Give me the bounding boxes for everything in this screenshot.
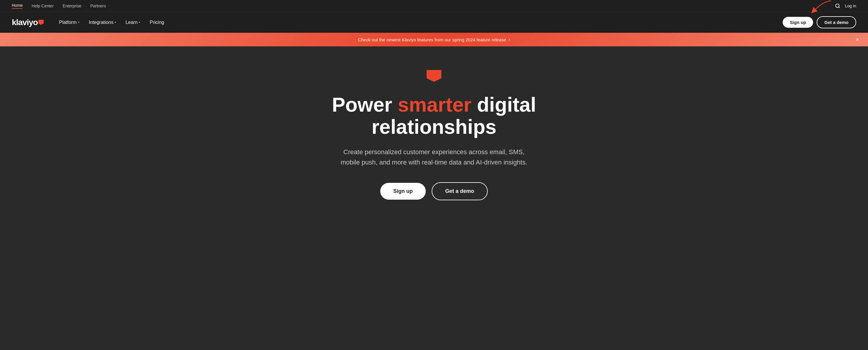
- main-navigation: klaviyo Platform ▾ Integrations ▾ Learn …: [0, 12, 868, 33]
- search-icon: [835, 3, 840, 8]
- hero-signup-button[interactable]: Sign up: [380, 183, 426, 200]
- nav-integrations-label: Integrations: [89, 20, 114, 25]
- svg-marker-2: [427, 70, 441, 82]
- hero-demo-button[interactable]: Get a demo: [432, 182, 488, 200]
- banner-message: Check out the newest Klaviyo features fr…: [358, 37, 506, 42]
- hero-section: Power smarter digital relationships Crea…: [0, 47, 868, 230]
- nav-items: Platform ▾ Integrations ▾ Learn ▾ Pricin…: [56, 18, 168, 27]
- logo-text: klaviyo: [12, 18, 38, 27]
- nav-integrations[interactable]: Integrations ▾: [85, 18, 120, 27]
- hero-subtitle: Create personalized customer experiences…: [334, 147, 534, 168]
- nav-signup-button[interactable]: Sign up: [783, 17, 813, 28]
- hero-title-highlight: smarter: [398, 93, 471, 116]
- nav-enterprise[interactable]: Enterprise: [63, 4, 82, 8]
- banner-close-button[interactable]: ×: [856, 36, 859, 43]
- search-button[interactable]: [835, 3, 840, 8]
- login-link[interactable]: Log in: [845, 4, 856, 8]
- chevron-down-icon: ▾: [78, 21, 80, 24]
- svg-point-0: [836, 4, 839, 7]
- top-bar: Home Help Center Enterprise Partners Log…: [0, 0, 868, 12]
- nav-pricing[interactable]: Pricing: [146, 18, 168, 27]
- logo[interactable]: klaviyo: [12, 18, 44, 27]
- hero-title-part1: Power: [332, 93, 398, 116]
- top-bar-nav: Home Help Center Enterprise Partners: [12, 3, 106, 9]
- announcement-banner: Check out the newest Klaviyo features fr…: [0, 33, 868, 47]
- banner-arrow-icon: ›: [508, 37, 510, 42]
- hero-buttons: Sign up Get a demo: [380, 182, 488, 200]
- logo-icon: [38, 20, 44, 25]
- nav-right: Sign up Get a demo: [783, 16, 856, 28]
- nav-platform[interactable]: Platform ▾: [56, 18, 83, 27]
- nav-partners[interactable]: Partners: [90, 4, 106, 8]
- nav-home[interactable]: Home: [12, 3, 23, 9]
- chevron-down-icon: ▾: [115, 21, 116, 24]
- hero-title: Power smarter digital relationships: [301, 94, 567, 138]
- nav-left: klaviyo Platform ▾ Integrations ▾ Learn …: [12, 18, 168, 27]
- nav-demo-button[interactable]: Get a demo: [817, 16, 856, 28]
- nav-learn[interactable]: Learn ▾: [122, 18, 144, 27]
- nav-platform-label: Platform: [59, 20, 77, 25]
- chevron-down-icon: ▾: [139, 21, 140, 24]
- top-bar-right: Log in: [835, 3, 856, 8]
- hero-logo-icon: [427, 70, 441, 82]
- nav-learn-label: Learn: [125, 20, 137, 25]
- nav-help-center[interactable]: Help Center: [32, 4, 54, 8]
- svg-line-1: [838, 7, 839, 8]
- nav-pricing-label: Pricing: [150, 20, 164, 25]
- banner-text: Check out the newest Klaviyo features fr…: [358, 37, 510, 42]
